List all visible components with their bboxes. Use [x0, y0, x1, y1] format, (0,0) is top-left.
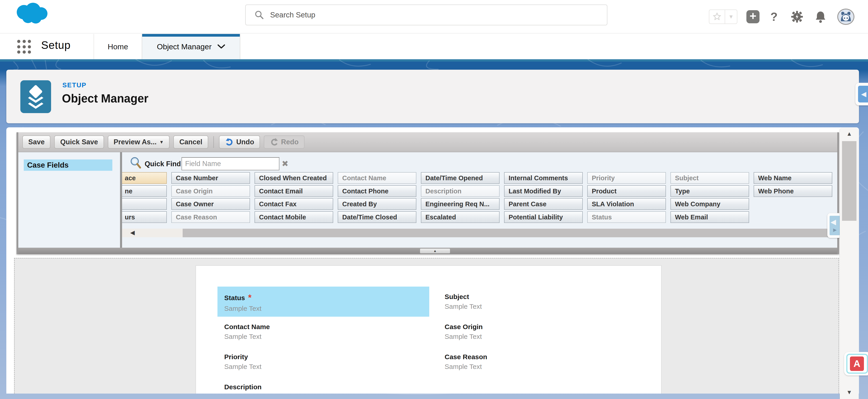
palette-horizontal-scrollbar[interactable]: ◀: [122, 229, 835, 237]
palette-field-cell[interactable]: Closed When Created: [254, 172, 333, 184]
canvas-field[interactable]: Case ReasonSample Text: [438, 347, 650, 377]
canvas-field-sample-text: Sample Text: [445, 333, 650, 340]
layout-canvas-card: Status*Sample TextSubjectSample TextCont…: [195, 265, 662, 394]
palette-field-cell[interactable]: Web Name: [754, 172, 832, 184]
palette-field-cell[interactable]: Priority: [587, 172, 666, 184]
page-title: Object Manager: [62, 92, 149, 105]
palette-field-cell[interactable]: Contact Name: [338, 172, 416, 184]
palette-field-cell[interactable]: urs: [122, 211, 167, 223]
sidebar-collapse-tab[interactable]: ◀: [855, 83, 868, 106]
global-actions-icon[interactable]: +: [746, 10, 760, 23]
cancel-button[interactable]: Cancel: [174, 136, 208, 149]
canvas-field-sample-text: Sample Text: [224, 333, 429, 340]
canvas-field-label: Subject: [445, 293, 650, 301]
salesforce-logo[interactable]: [12, 2, 52, 24]
favorite-star-icon[interactable]: [709, 10, 725, 24]
palette-field-cell[interactable]: Contact Phone: [338, 185, 416, 197]
palette-field-cell[interactable]: Parent Case: [504, 198, 583, 210]
user-avatar[interactable]: [837, 8, 855, 25]
field-palette: Quick Find ✖ aceneursCase NumberCase Ori…: [122, 152, 837, 248]
canvas-field[interactable]: DescriptionSample Text: [217, 377, 429, 394]
palette-field-cell[interactable]: Web Email: [671, 211, 749, 223]
palette-field-cell[interactable]: Case Owner: [171, 198, 250, 210]
canvas-field-label: Case Reason: [445, 353, 650, 361]
redo-label: Redo: [281, 138, 299, 146]
setup-gear-icon[interactable]: [790, 10, 804, 24]
palette-field-cell[interactable]: Contact Fax: [254, 198, 333, 210]
preview-as-button[interactable]: Preview As... ▼: [108, 136, 170, 149]
palette-field-cell[interactable]: Status: [587, 211, 666, 223]
chevron-down-icon: [217, 44, 225, 49]
scroll-up-arrow-icon[interactable]: ▲: [840, 130, 859, 137]
horizontal-scrollbar-thumb[interactable]: [183, 229, 831, 237]
setup-tab-bar: Setup Home Object Manager: [0, 34, 868, 59]
palette-field-cell[interactable]: Product: [587, 185, 666, 197]
browser-extension-badge[interactable]: A: [844, 352, 868, 375]
palette-field-cell[interactable]: Contact Mobile: [254, 211, 333, 223]
quick-find-magnifier-icon: [129, 156, 143, 170]
save-button[interactable]: Save: [22, 136, 51, 149]
palette-field-cell[interactable]: Escalated: [421, 211, 500, 223]
redo-button[interactable]: Redo: [264, 136, 305, 149]
favorites-button-group[interactable]: ▼: [709, 9, 737, 24]
canvas-field-label: Priority: [224, 353, 429, 361]
palette-field-cell[interactable]: Date/Time Opened: [421, 172, 500, 184]
palette-field-cell[interactable]: SLA Violation: [587, 198, 666, 210]
notifications-bell-icon[interactable]: [815, 10, 827, 23]
splitter-collapse-button[interactable]: ▲: [420, 248, 450, 254]
canvas-field[interactable]: Status*Sample Text: [217, 287, 429, 317]
redo-icon: [270, 138, 279, 147]
tab-home[interactable]: Home: [94, 34, 142, 59]
palette-field-cell[interactable]: ne: [122, 185, 167, 197]
palette-field-cell[interactable]: Potential Liability: [504, 211, 583, 223]
collapse-arrow-left-icon: ◀: [831, 218, 836, 226]
palette-field-cell[interactable]: Subject: [671, 172, 749, 184]
canvas-field[interactable]: Contact NameSample Text: [217, 317, 429, 347]
palette-field-cell[interactable]: Type: [671, 185, 749, 197]
palette-field-cell[interactable]: Case Reason: [171, 211, 250, 223]
object-manager-icon: [20, 80, 51, 113]
search-icon: [254, 10, 264, 20]
global-navigation-bar: ▼ + ?: [0, 0, 868, 33]
palette-field-cell[interactable]: Engineering Req N...: [421, 198, 500, 210]
help-icon[interactable]: ?: [770, 10, 778, 24]
editor-toolbar: Save Quick Save Preview As... ▼ Cancel U…: [18, 132, 837, 152]
page-header-card: SETUP Object Manager: [6, 70, 859, 123]
palette-field-cell[interactable]: Internal Comments: [504, 172, 583, 184]
undo-icon: [225, 138, 234, 147]
canvas-field-label: Case Origin: [445, 323, 650, 331]
scroll-left-arrow-icon[interactable]: ◀: [130, 229, 135, 236]
palette-splitter-bar[interactable]: ▲: [18, 248, 837, 254]
canvas-field-label: Contact Name: [224, 323, 429, 331]
app-launcher-waffle-icon[interactable]: [17, 40, 31, 54]
canvas-field[interactable]: Case OriginSample Text: [438, 317, 650, 347]
quick-find-input[interactable]: [182, 157, 279, 170]
extension-a-icon: A: [850, 357, 864, 371]
canvas-field-label: Status*: [224, 293, 429, 303]
palette-field-cell[interactable]: [122, 198, 167, 210]
palette-field-cell[interactable]: Description: [421, 185, 500, 197]
palette-field-cell[interactable]: Case Number: [171, 172, 250, 184]
palette-field-cell[interactable]: Contact Email: [254, 185, 333, 197]
palette-field-cell[interactable]: Created By: [338, 198, 416, 210]
sidebar-item-case-fields[interactable]: Case Fields: [24, 160, 112, 171]
favorites-caret-icon[interactable]: ▼: [725, 10, 737, 24]
undo-button[interactable]: Undo: [219, 136, 260, 149]
canvas-field-sample-text: Sample Text: [224, 305, 429, 312]
vertical-scrollbar-thumb[interactable]: [842, 141, 857, 221]
search-input[interactable]: [270, 11, 607, 19]
palette-field-cell[interactable]: Date/Time Closed: [338, 211, 416, 223]
tab-object-manager[interactable]: Object Manager: [142, 34, 240, 59]
canvas-field[interactable]: PrioritySample Text: [217, 347, 429, 377]
canvas-field[interactable]: SubjectSample Text: [438, 287, 650, 317]
tab-object-manager-label: Object Manager: [157, 42, 212, 51]
palette-field-cell[interactable]: Case Origin: [171, 185, 250, 197]
quick-find-clear-icon[interactable]: ✖: [282, 159, 288, 169]
scroll-down-arrow-icon[interactable]: ▼: [840, 389, 859, 396]
palette-field-cell[interactable]: Web Company: [671, 198, 749, 210]
palette-field-cell[interactable]: Last Modified By: [504, 185, 583, 197]
palette-field-cell[interactable]: Web Phone: [754, 185, 832, 197]
required-asterisk-icon: *: [248, 293, 252, 303]
palette-field-cell[interactable]: ace: [122, 172, 167, 184]
quick-save-button[interactable]: Quick Save: [54, 136, 104, 149]
